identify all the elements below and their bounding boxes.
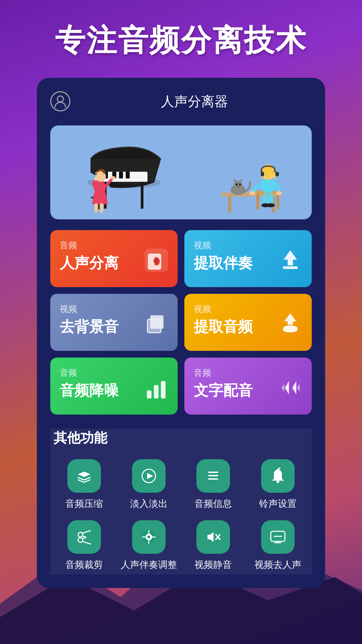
svg-line-63 — [82, 541, 90, 544]
remove-bg-sound-button[interactable]: 视频 去背景音 — [50, 294, 178, 351]
bell-icon — [261, 459, 295, 493]
feature-grid: 音频 人声分离 视频 提取伴奏 — [50, 230, 312, 415]
svg-rect-50 — [147, 390, 152, 398]
extract-accompaniment-icon — [277, 247, 304, 279]
svg-marker-54 — [147, 473, 153, 479]
ringtone-settings-label: 铃声设置 — [259, 497, 297, 510]
volume-off-icon — [196, 520, 230, 554]
noise-reduction-icon — [143, 374, 170, 407]
app-header: 人声分离器 — [50, 91, 312, 115]
svg-rect-56 — [208, 475, 218, 476]
audio-info-label: 音频信息 — [194, 497, 232, 510]
svg-line-65 — [82, 538, 86, 539]
svg-point-28 — [239, 183, 241, 185]
svg-rect-52 — [161, 381, 166, 398]
video-mute-label: 视频静音 — [194, 558, 232, 571]
svg-point-17 — [110, 176, 116, 179]
svg-rect-11 — [141, 182, 143, 209]
video-remove-vocal-item[interactable]: 视频去人声 — [247, 520, 309, 571]
svg-rect-19 — [100, 203, 103, 213]
piano-player-illustration — [70, 139, 184, 219]
svg-marker-45 — [284, 250, 297, 265]
fade-in-out-item[interactable]: 淡入淡出 — [118, 459, 180, 510]
app-card: 人声分离器 — [37, 78, 325, 588]
tune-icon — [132, 520, 166, 554]
svg-point-58 — [277, 480, 279, 483]
ringtone-settings-item[interactable]: 铃声设置 — [247, 459, 309, 510]
main-title: 专注音频分离技术 — [55, 20, 307, 61]
svg-point-27 — [236, 183, 238, 185]
svg-marker-73 — [207, 532, 214, 542]
user-avatar-icon[interactable] — [50, 91, 70, 111]
audio-info-item[interactable]: 音频信息 — [183, 459, 244, 510]
list-icon — [196, 459, 230, 493]
video-remove-vocal-label: 视频去人声 — [254, 558, 301, 571]
vocal-adjust-item[interactable]: 人声伴奏调整 — [118, 520, 180, 571]
svg-rect-18 — [95, 203, 98, 213]
text-dubbing-button[interactable]: 音频 文字配音 — [184, 358, 312, 415]
audio-compress-item[interactable]: 音频压缩 — [54, 459, 115, 510]
tv-minus-icon — [261, 520, 295, 554]
svg-rect-57 — [208, 478, 218, 480]
svg-rect-8 — [119, 172, 123, 178]
vocal-adjust-label: 人声伴奏调整 — [121, 558, 177, 571]
vocal-separation-button[interactable]: 音频 人声分离 — [50, 230, 178, 287]
svg-point-36 — [249, 191, 255, 195]
listener-illustration — [211, 139, 292, 219]
svg-rect-48 — [147, 319, 161, 333]
audio-cut-label: 音频裁剪 — [65, 558, 103, 571]
svg-rect-31 — [277, 194, 279, 209]
play-circle-icon — [132, 459, 166, 493]
app-name-label: 人声分离器 — [77, 92, 312, 111]
remove-bg-icon — [143, 311, 170, 343]
svg-marker-49 — [284, 313, 296, 325]
text-dubbing-icon — [277, 374, 304, 407]
svg-point-44 — [154, 258, 159, 264]
svg-line-62 — [82, 531, 90, 533]
extract-audio-button[interactable]: 视频 提取音频 — [184, 294, 312, 351]
svg-point-68 — [147, 536, 150, 538]
svg-rect-35 — [276, 172, 279, 176]
svg-point-2 — [57, 96, 63, 102]
video-mute-item[interactable]: 视频静音 — [183, 520, 244, 571]
other-functions-section: 其他功能 音频压缩 — [50, 429, 312, 575]
svg-rect-55 — [208, 472, 218, 473]
svg-rect-21 — [228, 197, 231, 213]
noise-reduction-button[interactable]: 音频 音频降噪 — [50, 358, 178, 415]
svg-point-37 — [276, 191, 282, 195]
svg-point-41 — [267, 203, 275, 207]
extract-audio-icon — [277, 311, 304, 343]
svg-rect-9 — [126, 172, 130, 178]
svg-rect-51 — [154, 385, 159, 398]
banner-illustration — [50, 125, 312, 219]
audio-compress-label: 音频压缩 — [65, 497, 103, 510]
svg-rect-46 — [283, 266, 298, 269]
other-functions-title: 其他功能 — [50, 429, 312, 447]
fade-in-out-label: 淡入淡出 — [130, 497, 168, 510]
vocal-separation-icon — [143, 247, 170, 279]
layers-icon — [67, 459, 101, 493]
svg-line-64 — [82, 536, 86, 537]
other-functions-grid: 音频压缩 淡入淡出 — [50, 459, 312, 571]
svg-rect-30 — [256, 194, 259, 209]
scissors-icon — [67, 520, 101, 554]
svg-rect-34 — [261, 172, 264, 176]
svg-point-16 — [94, 177, 99, 181]
extract-accompaniment-button[interactable]: 视频 提取伴奏 — [184, 230, 312, 287]
audio-cut-item[interactable]: 音频裁剪 — [54, 520, 115, 571]
